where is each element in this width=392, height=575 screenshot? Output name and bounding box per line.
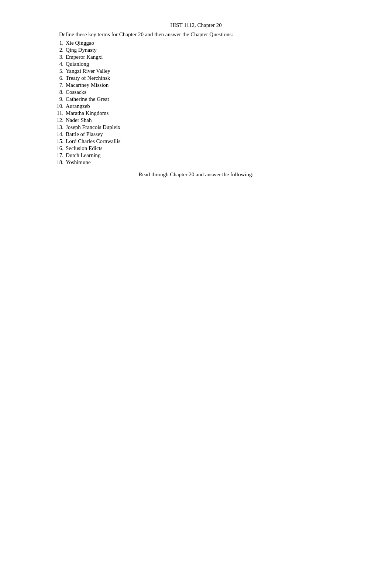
list-item: 12.Nader Shah [52,117,362,123]
term-label: Lord Charles Cornwallis [66,138,120,144]
list-item: 18.Yoshimune [52,159,362,166]
list-item: 6.Treaty of Nerchinsk [52,75,362,81]
term-number: 4. [52,61,63,67]
term-label: Cossacks [66,89,86,95]
list-item: 5.Yangzi River Valley [52,68,362,74]
list-item: 4.Quianlong [52,61,362,67]
list-item: 13.Joseph Francois Dupleix [52,124,362,130]
list-item: 1.Xie Qinggao [52,40,362,46]
title-text: HIST 1112, Chapter 20 [170,22,221,28]
term-label: Maratha Kingdoms [66,110,109,116]
term-label: Xie Qinggao [66,40,94,46]
term-label: Qing Dynasty [66,47,97,53]
term-number: 3. [52,54,63,60]
term-label: Emperor Kangxi [66,54,103,60]
term-number: 17. [52,152,63,159]
list-item: 10.Aurangzeb [52,103,362,109]
page-title: HIST 1112, Chapter 20 [30,22,362,28]
list-item: 15.Lord Charles Cornwallis [52,138,362,144]
term-number: 8. [52,89,63,95]
list-item: 8.Cossacks [52,89,362,95]
term-number: 15. [52,138,63,144]
term-label: Seclusion Edicts [66,145,103,152]
list-item: 2.Qing Dynasty [52,47,362,53]
read-through-label: Read through Chapter 20 and answer the f… [138,171,253,177]
list-item: 9.Catherine the Great [52,96,362,102]
list-item: 11.Maratha Kingdoms [52,110,362,116]
list-item: 17.Dutch Learning [52,152,362,159]
term-label: Dutch Learning [66,152,101,159]
term-label: Quianlong [66,61,89,67]
term-number: 10. [52,103,63,109]
term-number: 7. [52,82,63,88]
term-number: 13. [52,124,63,130]
term-number: 11. [52,110,63,116]
list-item: 3.Emperor Kangxi [52,54,362,60]
term-label: Joseph Francois Dupleix [66,124,120,130]
term-label: Battle of Plassey [66,131,103,137]
term-label: Nader Shah [66,117,92,123]
read-through-text: Read through Chapter 20 and answer the f… [30,171,362,178]
term-number: 18. [52,159,63,166]
term-number: 6. [52,75,63,81]
list-item: 7.Macartney Mission [52,82,362,88]
term-label: Catherine the Great [66,96,109,102]
subtitle-label: Define these key terms for Chapter 20 an… [59,31,233,37]
term-number: 16. [52,145,63,152]
term-number: 14. [52,131,63,137]
term-number: 9. [52,96,63,102]
term-label: Aurangzeb [66,103,90,109]
term-label: Yoshimune [66,159,91,166]
list-item: 14.Battle of Plassey [52,131,362,137]
term-number: 1. [52,40,63,46]
term-number: 2. [52,47,63,53]
page: HIST 1112, Chapter 20 Define these key t… [0,0,392,575]
term-number: 12. [52,117,63,123]
terms-list: 1.Xie Qinggao2.Qing Dynasty3.Emperor Kan… [52,40,362,166]
subtitle-text: Define these key terms for Chapter 20 an… [59,31,362,38]
term-label: Yangzi River Valley [66,68,110,74]
term-number: 5. [52,68,63,74]
term-label: Treaty of Nerchinsk [66,75,110,81]
list-item: 16.Seclusion Edicts [52,145,362,152]
term-label: Macartney Mission [66,82,109,88]
